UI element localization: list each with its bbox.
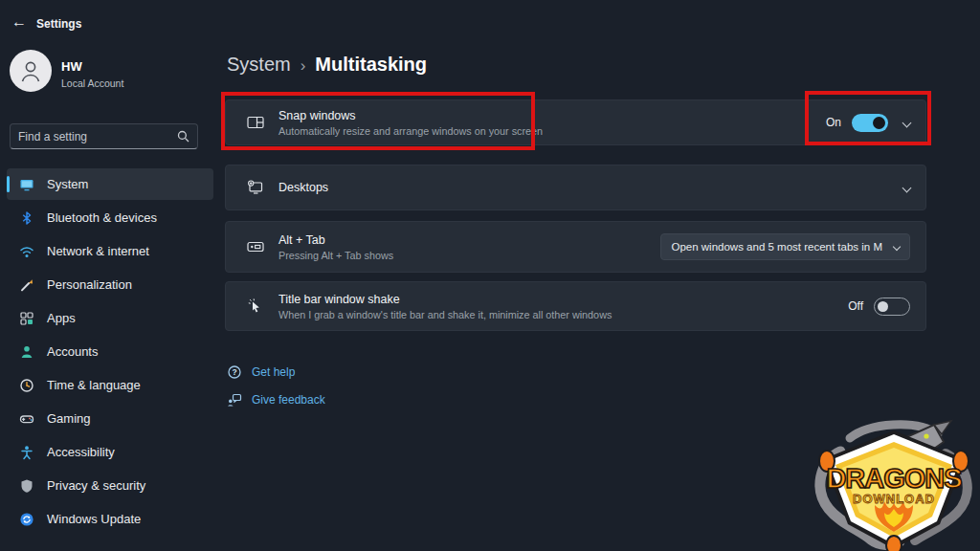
dropdown-selected-value: Open windows and 5 most recent tabs in M (671, 241, 882, 253)
setting-title: Alt + Tab (278, 233, 660, 247)
brush-icon (19, 277, 34, 293)
setting-card-alt-tab[interactable]: Alt + Tab Pressing Alt + Tab shows Open … (225, 221, 926, 273)
sidebar-item-bluetooth-devices[interactable]: Bluetooth & devices (7, 202, 213, 233)
toggle-knob (878, 301, 888, 312)
give-feedback-label: Give feedback (252, 393, 325, 407)
give-feedback-link[interactable]: Give feedback (227, 392, 325, 408)
logo-subtitle-text: DOWNLOAD (853, 492, 935, 506)
sidebar-item-label: Personalization (47, 277, 132, 292)
back-arrow-icon[interactable]: ← (11, 13, 27, 31)
alt-tab-icon (246, 237, 265, 256)
sidebar-item-personalization[interactable]: Personalization (7, 269, 213, 300)
account-person-icon (19, 344, 34, 360)
sidebar-item-label: Time & language (47, 378, 141, 392)
wifi-icon (19, 244, 34, 259)
cursor-shake-icon (246, 297, 265, 316)
system-monitor-icon (19, 177, 34, 192)
title-bar-shake-toggle[interactable] (874, 298, 910, 316)
search-input[interactable] (11, 130, 177, 143)
setting-card-snap-windows[interactable]: Snap windows Automatically resize and ar… (225, 99, 926, 145)
setting-subtitle: When I grab a window's title bar and sha… (278, 309, 848, 320)
dragons-download-logo: DRAGONS DOWNLOAD (812, 413, 976, 551)
setting-subtitle: Automatically resize and arrange windows… (278, 125, 826, 137)
window-title: Settings (36, 17, 81, 31)
page-title: Multitasking (315, 54, 427, 76)
sidebar-item-windows-update[interactable]: Windows Update (7, 503, 213, 535)
search-box[interactable] (10, 123, 198, 149)
sidebar-item-privacy-security[interactable]: Privacy & security (7, 470, 213, 501)
setting-title: Title bar window shake (278, 293, 848, 306)
search-icon (177, 130, 189, 143)
sidebar-item-system[interactable]: System (7, 168, 213, 200)
settings-window: ← Settings HW Local Account (0, 0, 980, 551)
desktops-icon (246, 178, 265, 197)
snap-windows-icon (246, 113, 265, 132)
sidebar-item-network-internet[interactable]: Network & internet (7, 235, 213, 267)
sidebar-item-gaming[interactable]: Gaming (7, 403, 213, 434)
sidebar-item-apps[interactable]: Apps (7, 302, 213, 334)
accessibility-person-icon (19, 445, 34, 460)
sidebar-nav: System Bluetooth & devices Network & int… (7, 168, 213, 537)
sidebar-item-label: Accounts (47, 344, 98, 359)
toggle-knob (873, 117, 885, 129)
breadcrumb-parent[interactable]: System (227, 54, 291, 76)
gamepad-icon (19, 411, 34, 427)
update-refresh-icon (19, 512, 34, 527)
toggle-state-label: Off (848, 299, 863, 313)
sidebar-item-label: Bluetooth & devices (47, 210, 157, 225)
setting-title: Desktops (278, 181, 903, 194)
help-icon: ? (227, 364, 242, 380)
toggle-state-label: On (826, 116, 841, 129)
setting-title: Snap windows (278, 109, 826, 122)
sidebar-item-label: System (47, 177, 88, 191)
get-help-link[interactable]: ? Get help (227, 364, 295, 380)
chevron-down-icon[interactable] (902, 183, 912, 192)
bluetooth-icon (19, 210, 34, 226)
person-icon (18, 58, 43, 83)
setting-subtitle: Pressing Alt + Tab shows (278, 250, 660, 261)
clock-icon (19, 378, 34, 393)
shield-icon (19, 478, 34, 494)
breadcrumb-separator: › (301, 56, 306, 76)
sidebar-item-accounts[interactable]: Accounts (7, 336, 213, 367)
snap-windows-toggle[interactable] (852, 114, 888, 132)
sidebar-item-label: Gaming (47, 411, 91, 426)
feedback-icon (227, 392, 242, 408)
breadcrumb: System › Multitasking (227, 54, 427, 76)
chevron-down-icon (893, 243, 901, 251)
sidebar-item-label: Accessibility (47, 445, 115, 459)
setting-card-desktops[interactable]: Desktops (225, 165, 926, 210)
profile-name: HW (61, 59, 82, 74)
profile-account-type: Local Account (61, 77, 123, 89)
avatar[interactable] (10, 50, 52, 92)
logo-title-text: DRAGONS (826, 463, 962, 494)
sidebar-item-label: Network & internet (47, 244, 149, 258)
sidebar-item-label: Windows Update (47, 512, 141, 526)
sidebar-item-accessibility[interactable]: Accessibility (7, 436, 213, 468)
svg-text:?: ? (232, 367, 236, 377)
sidebar-item-label: Privacy & security (47, 478, 145, 493)
sidebar-item-label: Apps (47, 311, 76, 325)
alt-tab-dropdown[interactable]: Open windows and 5 most recent tabs in M (660, 233, 910, 260)
chevron-down-icon[interactable] (902, 118, 912, 127)
sidebar-item-time-language[interactable]: Time & language (7, 369, 213, 401)
apps-grid-icon (19, 311, 34, 326)
selection-indicator (7, 176, 10, 192)
setting-card-title-bar-window-shake[interactable]: Title bar window shake When I grab a win… (225, 281, 926, 331)
get-help-label: Get help (252, 365, 295, 379)
